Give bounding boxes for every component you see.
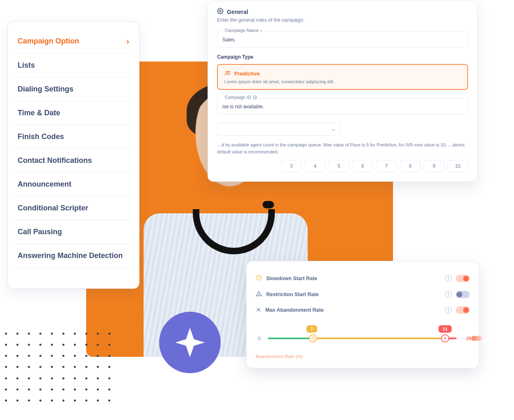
general-header: General bbox=[217, 8, 468, 16]
gear-icon bbox=[217, 8, 224, 16]
campaign-type-desc: Lorem ipsum dolor sit amet, consectetur … bbox=[224, 79, 461, 84]
general-title: General bbox=[227, 9, 248, 15]
info-icon[interactable]: i bbox=[445, 291, 452, 298]
toggle-max-abandonment-rate[interactable] bbox=[456, 306, 470, 314]
slider-max-label: 25 bbox=[466, 336, 471, 341]
pace-option-9[interactable]: 9 bbox=[424, 160, 444, 172]
svg-point-4 bbox=[258, 295, 259, 295]
sidebar-item-lists[interactable]: Lists bbox=[15, 54, 132, 78]
sidebar-item-time-date[interactable]: Time & Date bbox=[15, 101, 132, 125]
clock-icon bbox=[311, 336, 315, 341]
clock-icon bbox=[256, 274, 262, 282]
pace-option-3[interactable]: 3 bbox=[281, 160, 302, 172]
slider-axis-label: Abandonment Rate (%) bbox=[256, 354, 470, 359]
decorative-dot-grid bbox=[0, 328, 115, 406]
sidebar-item-contact-notifications[interactable]: Contact Notifications bbox=[15, 149, 132, 173]
pace-option-5[interactable]: 5 bbox=[329, 160, 349, 172]
sidebar-item-conditional-scripter[interactable]: Conditional Scripter bbox=[15, 196, 132, 220]
dropdown-field[interactable]: ⌄ bbox=[217, 123, 340, 136]
info-icon: i bbox=[253, 95, 257, 100]
info-icon[interactable]: i bbox=[445, 275, 452, 282]
rate-row-max-abandonment-rate: Max Abandonment Ratei bbox=[256, 302, 470, 318]
sidebar-item-finish-codes[interactable]: Finish Codes bbox=[15, 125, 132, 149]
campaign-type-label: Campaign Type bbox=[217, 54, 468, 60]
campaign-name-field[interactable]: Campaign Name ● bbox=[217, 31, 468, 48]
slider-segment-green bbox=[268, 338, 313, 339]
chevron-right-icon: › bbox=[126, 37, 129, 46]
sidebar-item-announcement[interactable]: Announcement bbox=[15, 173, 132, 196]
toggle-restriction-start-rate[interactable] bbox=[456, 291, 470, 298]
rate-label: Slowdown Start Rate bbox=[266, 276, 317, 281]
svg-point-1 bbox=[226, 71, 228, 73]
campaign-name-input[interactable] bbox=[222, 37, 463, 43]
slider-bubble-yellow: 7 bbox=[306, 325, 317, 333]
rate-label: Restriction Start Rate bbox=[266, 292, 319, 297]
pace-description: …d by available agent count in the campa… bbox=[217, 142, 468, 155]
pace-option-7[interactable]: 7 bbox=[376, 160, 397, 172]
rate-row-slowdown-start-rate: Slowdown Start Ratei bbox=[256, 270, 470, 286]
sidebar-item-label: Answering Machine Detection bbox=[18, 251, 123, 260]
slider-bubble-red: 21 bbox=[439, 325, 452, 333]
pace-option-8[interactable]: 8 bbox=[400, 160, 420, 172]
general-panel: General Enter the general rules of the c… bbox=[208, 1, 477, 182]
sidebar-item-label: Lists bbox=[18, 61, 35, 70]
sidebar-item-label: Dialing Settings bbox=[18, 85, 73, 94]
sidebar-item-label: Finish Codes bbox=[18, 132, 64, 141]
sidebar-item-label: Call Pausing bbox=[18, 228, 62, 236]
slider-handle-yellow[interactable] bbox=[309, 334, 317, 342]
svg-point-0 bbox=[219, 10, 221, 12]
campaign-name-legend: Campaign Name ● bbox=[222, 28, 265, 33]
campaign-id-input[interactable] bbox=[222, 104, 463, 110]
campaign-id-field[interactable]: Campaign ID i bbox=[217, 98, 468, 114]
rate-row-restriction-start-rate: Restriction Start Ratei bbox=[256, 286, 470, 302]
slider-end-gradient bbox=[471, 336, 482, 341]
sidebar-item-label: Conditional Scripter bbox=[18, 204, 88, 212]
slider-handle-red[interactable] bbox=[441, 334, 449, 342]
pace-option-10[interactable]: 10 bbox=[448, 160, 468, 172]
campaign-type-card-predictive[interactable]: Predictive Lorem ipsum dolor sit amet, c… bbox=[217, 64, 468, 90]
sparkle-badge bbox=[159, 312, 221, 373]
slider-min-label: 0 bbox=[258, 336, 260, 341]
toggle-slowdown-start-rate[interactable] bbox=[456, 275, 470, 282]
svg-point-2 bbox=[228, 71, 230, 72]
sidebar-item-label: Time & Date bbox=[18, 109, 60, 117]
warn-icon bbox=[256, 290, 262, 298]
sidebar-item-answering-machine-detection[interactable]: Answering Machine Detection bbox=[15, 244, 132, 268]
sidebar-item-call-pausing[interactable]: Call Pausing bbox=[15, 220, 132, 244]
general-subtitle: Enter the general rules of the campaign. bbox=[217, 17, 468, 23]
sidebar-item-label: Campaign Option bbox=[18, 37, 79, 46]
info-icon[interactable]: i bbox=[445, 307, 452, 313]
campaign-id-legend: Campaign ID i bbox=[222, 95, 260, 100]
people-icon bbox=[224, 70, 231, 78]
x-icon bbox=[256, 307, 261, 314]
campaign-type-name: Predictive bbox=[234, 71, 260, 77]
sidebar-item-label: Announcement bbox=[18, 180, 71, 189]
chevron-down-icon: ⌄ bbox=[331, 126, 336, 132]
sidebar-item-label: Contact Notifications bbox=[18, 156, 92, 165]
sidebar-item-campaign-option[interactable]: Campaign Option› bbox=[15, 29, 132, 54]
sparkle-icon bbox=[174, 326, 206, 359]
rate-settings-panel: Slowdown Start RateiRestriction Start Ra… bbox=[246, 261, 479, 368]
pace-option-4[interactable]: 4 bbox=[305, 160, 325, 172]
slider-segment-yellow bbox=[313, 338, 444, 339]
abandonment-slider[interactable]: 0 7 21 25 bbox=[256, 326, 470, 351]
pace-options: 345678910 bbox=[281, 160, 468, 172]
rate-label: Max Abandonment Rate bbox=[265, 307, 324, 313]
campaign-sidebar: Campaign Option›ListsDialing SettingsTim… bbox=[7, 21, 139, 289]
sidebar-item-dialing-settings[interactable]: Dialing Settings bbox=[15, 78, 132, 101]
required-dot-icon: ● bbox=[260, 29, 262, 32]
x-icon bbox=[443, 336, 447, 340]
pace-option-6[interactable]: 6 bbox=[352, 160, 373, 172]
